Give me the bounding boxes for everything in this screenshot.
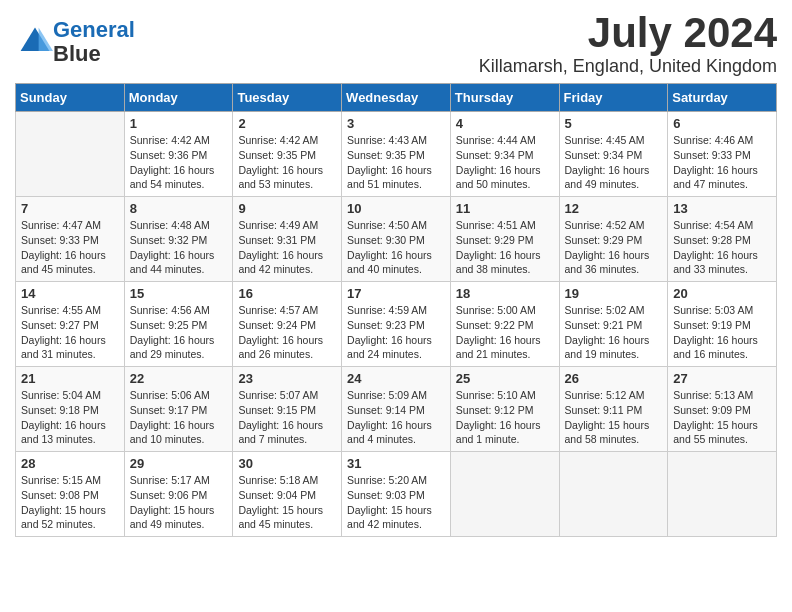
day-number: 8 xyxy=(130,201,228,216)
day-number: 15 xyxy=(130,286,228,301)
calendar-cell: 28Sunrise: 5:15 AMSunset: 9:08 PMDayligh… xyxy=(16,452,125,537)
day-info: Sunrise: 5:00 AMSunset: 9:22 PMDaylight:… xyxy=(456,303,554,362)
header: General Blue July 2024 Killamarsh, Engla… xyxy=(15,10,777,77)
day-info: Sunrise: 5:02 AMSunset: 9:21 PMDaylight:… xyxy=(565,303,663,362)
day-info: Sunrise: 5:17 AMSunset: 9:06 PMDaylight:… xyxy=(130,473,228,532)
calendar-cell: 1Sunrise: 4:42 AMSunset: 9:36 PMDaylight… xyxy=(124,112,233,197)
day-number: 26 xyxy=(565,371,663,386)
day-info: Sunrise: 4:56 AMSunset: 9:25 PMDaylight:… xyxy=(130,303,228,362)
day-info: Sunrise: 4:48 AMSunset: 9:32 PMDaylight:… xyxy=(130,218,228,277)
month-title: July 2024 xyxy=(479,10,777,56)
day-info: Sunrise: 4:50 AMSunset: 9:30 PMDaylight:… xyxy=(347,218,445,277)
day-number: 27 xyxy=(673,371,771,386)
day-number: 2 xyxy=(238,116,336,131)
day-number: 7 xyxy=(21,201,119,216)
day-number: 6 xyxy=(673,116,771,131)
day-number: 22 xyxy=(130,371,228,386)
calendar-cell: 6Sunrise: 4:46 AMSunset: 9:33 PMDaylight… xyxy=(668,112,777,197)
calendar-cell: 2Sunrise: 4:42 AMSunset: 9:35 PMDaylight… xyxy=(233,112,342,197)
calendar-cell: 21Sunrise: 5:04 AMSunset: 9:18 PMDayligh… xyxy=(16,367,125,452)
day-number: 20 xyxy=(673,286,771,301)
day-info: Sunrise: 5:18 AMSunset: 9:04 PMDaylight:… xyxy=(238,473,336,532)
calendar-cell: 14Sunrise: 4:55 AMSunset: 9:27 PMDayligh… xyxy=(16,282,125,367)
day-number: 16 xyxy=(238,286,336,301)
calendar-cell: 20Sunrise: 5:03 AMSunset: 9:19 PMDayligh… xyxy=(668,282,777,367)
day-number: 1 xyxy=(130,116,228,131)
day-info: Sunrise: 4:54 AMSunset: 9:28 PMDaylight:… xyxy=(673,218,771,277)
calendar-cell xyxy=(559,452,668,537)
calendar-cell: 16Sunrise: 4:57 AMSunset: 9:24 PMDayligh… xyxy=(233,282,342,367)
day-info: Sunrise: 4:44 AMSunset: 9:34 PMDaylight:… xyxy=(456,133,554,192)
day-info: Sunrise: 5:13 AMSunset: 9:09 PMDaylight:… xyxy=(673,388,771,447)
calendar-cell: 22Sunrise: 5:06 AMSunset: 9:17 PMDayligh… xyxy=(124,367,233,452)
calendar-cell: 10Sunrise: 4:50 AMSunset: 9:30 PMDayligh… xyxy=(342,197,451,282)
day-info: Sunrise: 5:09 AMSunset: 9:14 PMDaylight:… xyxy=(347,388,445,447)
calendar-cell: 8Sunrise: 4:48 AMSunset: 9:32 PMDaylight… xyxy=(124,197,233,282)
calendar-cell: 29Sunrise: 5:17 AMSunset: 9:06 PMDayligh… xyxy=(124,452,233,537)
day-number: 5 xyxy=(565,116,663,131)
day-info: Sunrise: 5:06 AMSunset: 9:17 PMDaylight:… xyxy=(130,388,228,447)
day-info: Sunrise: 5:03 AMSunset: 9:19 PMDaylight:… xyxy=(673,303,771,362)
calendar-cell: 13Sunrise: 4:54 AMSunset: 9:28 PMDayligh… xyxy=(668,197,777,282)
calendar-cell: 18Sunrise: 5:00 AMSunset: 9:22 PMDayligh… xyxy=(450,282,559,367)
day-info: Sunrise: 4:42 AMSunset: 9:35 PMDaylight:… xyxy=(238,133,336,192)
calendar-cell: 4Sunrise: 4:44 AMSunset: 9:34 PMDaylight… xyxy=(450,112,559,197)
calendar-cell: 24Sunrise: 5:09 AMSunset: 9:14 PMDayligh… xyxy=(342,367,451,452)
day-number: 4 xyxy=(456,116,554,131)
day-info: Sunrise: 4:42 AMSunset: 9:36 PMDaylight:… xyxy=(130,133,228,192)
day-info: Sunrise: 5:10 AMSunset: 9:12 PMDaylight:… xyxy=(456,388,554,447)
day-info: Sunrise: 5:07 AMSunset: 9:15 PMDaylight:… xyxy=(238,388,336,447)
calendar-cell: 26Sunrise: 5:12 AMSunset: 9:11 PMDayligh… xyxy=(559,367,668,452)
col-header-monday: Monday xyxy=(124,84,233,112)
calendar-cell: 19Sunrise: 5:02 AMSunset: 9:21 PMDayligh… xyxy=(559,282,668,367)
day-number: 18 xyxy=(456,286,554,301)
calendar-week-5: 28Sunrise: 5:15 AMSunset: 9:08 PMDayligh… xyxy=(16,452,777,537)
calendar-cell xyxy=(668,452,777,537)
day-info: Sunrise: 4:55 AMSunset: 9:27 PMDaylight:… xyxy=(21,303,119,362)
page-container: General Blue July 2024 Killamarsh, Engla… xyxy=(15,10,777,537)
calendar-cell: 3Sunrise: 4:43 AMSunset: 9:35 PMDaylight… xyxy=(342,112,451,197)
calendar-table: SundayMondayTuesdayWednesdayThursdayFrid… xyxy=(15,83,777,537)
calendar-cell: 17Sunrise: 4:59 AMSunset: 9:23 PMDayligh… xyxy=(342,282,451,367)
day-number: 21 xyxy=(21,371,119,386)
col-header-tuesday: Tuesday xyxy=(233,84,342,112)
calendar-cell: 25Sunrise: 5:10 AMSunset: 9:12 PMDayligh… xyxy=(450,367,559,452)
col-header-sunday: Sunday xyxy=(16,84,125,112)
day-info: Sunrise: 4:52 AMSunset: 9:29 PMDaylight:… xyxy=(565,218,663,277)
day-number: 25 xyxy=(456,371,554,386)
day-number: 30 xyxy=(238,456,336,471)
day-info: Sunrise: 4:59 AMSunset: 9:23 PMDaylight:… xyxy=(347,303,445,362)
day-info: Sunrise: 5:04 AMSunset: 9:18 PMDaylight:… xyxy=(21,388,119,447)
calendar-cell: 12Sunrise: 4:52 AMSunset: 9:29 PMDayligh… xyxy=(559,197,668,282)
day-number: 23 xyxy=(238,371,336,386)
calendar-week-3: 14Sunrise: 4:55 AMSunset: 9:27 PMDayligh… xyxy=(16,282,777,367)
day-number: 31 xyxy=(347,456,445,471)
col-header-friday: Friday xyxy=(559,84,668,112)
calendar-cell: 23Sunrise: 5:07 AMSunset: 9:15 PMDayligh… xyxy=(233,367,342,452)
day-number: 12 xyxy=(565,201,663,216)
calendar-cell: 11Sunrise: 4:51 AMSunset: 9:29 PMDayligh… xyxy=(450,197,559,282)
day-info: Sunrise: 4:51 AMSunset: 9:29 PMDaylight:… xyxy=(456,218,554,277)
day-info: Sunrise: 5:12 AMSunset: 9:11 PMDaylight:… xyxy=(565,388,663,447)
day-info: Sunrise: 4:57 AMSunset: 9:24 PMDaylight:… xyxy=(238,303,336,362)
calendar-cell: 5Sunrise: 4:45 AMSunset: 9:34 PMDaylight… xyxy=(559,112,668,197)
location-title: Killamarsh, England, United Kingdom xyxy=(479,56,777,77)
day-info: Sunrise: 4:47 AMSunset: 9:33 PMDaylight:… xyxy=(21,218,119,277)
calendar-week-1: 1Sunrise: 4:42 AMSunset: 9:36 PMDaylight… xyxy=(16,112,777,197)
day-number: 14 xyxy=(21,286,119,301)
day-info: Sunrise: 4:49 AMSunset: 9:31 PMDaylight:… xyxy=(238,218,336,277)
calendar-cell: 15Sunrise: 4:56 AMSunset: 9:25 PMDayligh… xyxy=(124,282,233,367)
col-header-thursday: Thursday xyxy=(450,84,559,112)
calendar-cell xyxy=(450,452,559,537)
calendar-week-2: 7Sunrise: 4:47 AMSunset: 9:33 PMDaylight… xyxy=(16,197,777,282)
logo: General Blue xyxy=(15,18,135,66)
day-number: 13 xyxy=(673,201,771,216)
day-info: Sunrise: 4:43 AMSunset: 9:35 PMDaylight:… xyxy=(347,133,445,192)
day-number: 29 xyxy=(130,456,228,471)
svg-marker-1 xyxy=(39,28,53,51)
title-area: July 2024 Killamarsh, England, United Ki… xyxy=(479,10,777,77)
logo-icon xyxy=(17,24,53,60)
day-number: 28 xyxy=(21,456,119,471)
logo-text: General Blue xyxy=(53,18,135,66)
day-number: 19 xyxy=(565,286,663,301)
